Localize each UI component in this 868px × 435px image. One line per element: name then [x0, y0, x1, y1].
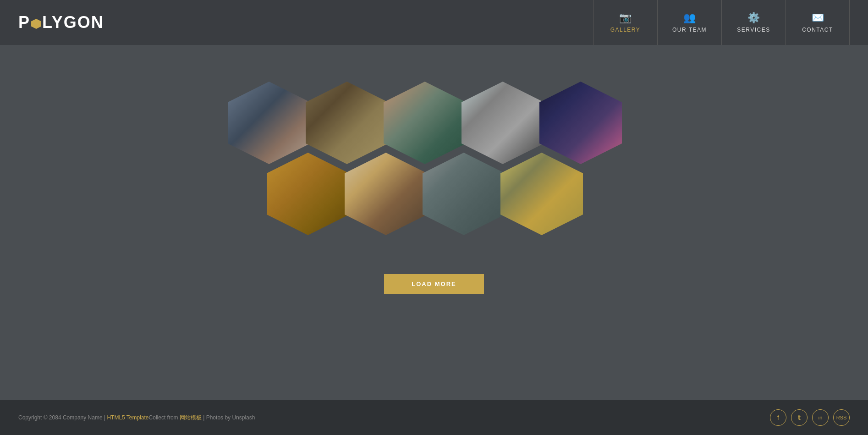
site-template-link[interactable]: 网站模板: [180, 414, 202, 421]
social-icons: f 𝕥 in RSS: [770, 409, 850, 426]
footer: Copyright © 2084 Company Name | HTML5 Te…: [0, 400, 868, 435]
gear-icon: ⚙️: [747, 12, 760, 24]
hex-item-5[interactable]: [539, 82, 622, 164]
photos-text: | Photos by Unsplash: [202, 414, 255, 421]
hex-item-1[interactable]: [228, 82, 310, 164]
hex-item-9[interactable]: [500, 153, 583, 235]
logo-text: PLYGON: [18, 13, 104, 32]
hex-item-6[interactable]: [267, 153, 349, 235]
linkedin-label: in: [819, 415, 823, 420]
logo: PLYGON: [18, 13, 593, 32]
twitter-icon[interactable]: 𝕥: [791, 409, 808, 426]
nav-item-gallery[interactable]: 📷 GALLERY: [593, 0, 657, 45]
linkedin-icon[interactable]: in: [812, 409, 829, 426]
camera-icon: 📷: [619, 12, 632, 24]
hex-item-2[interactable]: [306, 82, 388, 164]
nav-item-our-team[interactable]: 👥 OUR TEAM: [657, 0, 721, 45]
team-icon: 👥: [683, 12, 696, 24]
nav-gallery-label: GALLERY: [610, 27, 641, 33]
nav-our-team-label: OUR TEAM: [672, 27, 707, 33]
rss-icon[interactable]: RSS: [833, 409, 850, 426]
copyright-text: Copyright © 2084 Company Name |: [18, 414, 107, 421]
header: PLYGON 📷 GALLERY 👥 OUR TEAM ⚙️ SERVICES …: [0, 0, 868, 45]
logo-poly: P: [18, 13, 30, 32]
nav-contact-label: CONTACT: [802, 27, 833, 33]
hexagon-gallery: [228, 72, 640, 247]
facebook-label: f: [777, 414, 779, 421]
collect-text: Collect from: [149, 414, 180, 421]
hex-item-3[interactable]: [384, 82, 466, 164]
mail-icon: ✉️: [812, 12, 824, 24]
load-more-button[interactable]: LOAD MORE: [384, 274, 483, 294]
logo-o-hex: [31, 19, 41, 29]
main-content: LOAD MORE: [0, 45, 868, 312]
logo-lygon: LYGON: [42, 13, 104, 32]
template-link[interactable]: HTML5 Template: [107, 414, 148, 421]
hex-item-8[interactable]: [423, 153, 505, 235]
hex-item-4[interactable]: [461, 82, 544, 164]
hex-item-7[interactable]: [345, 153, 427, 235]
footer-copyright: Copyright © 2084 Company Name | HTML5 Te…: [18, 414, 255, 422]
main-nav: 📷 GALLERY 👥 OUR TEAM ⚙️ SERVICES ✉️ CONT…: [593, 0, 850, 45]
twitter-label: 𝕥: [798, 414, 801, 421]
nav-item-services[interactable]: ⚙️ SERVICES: [721, 0, 786, 45]
nav-item-contact[interactable]: ✉️ CONTACT: [786, 0, 850, 45]
rss-label: RSS: [836, 415, 847, 420]
nav-services-label: SERVICES: [737, 27, 770, 33]
facebook-icon[interactable]: f: [770, 409, 786, 426]
